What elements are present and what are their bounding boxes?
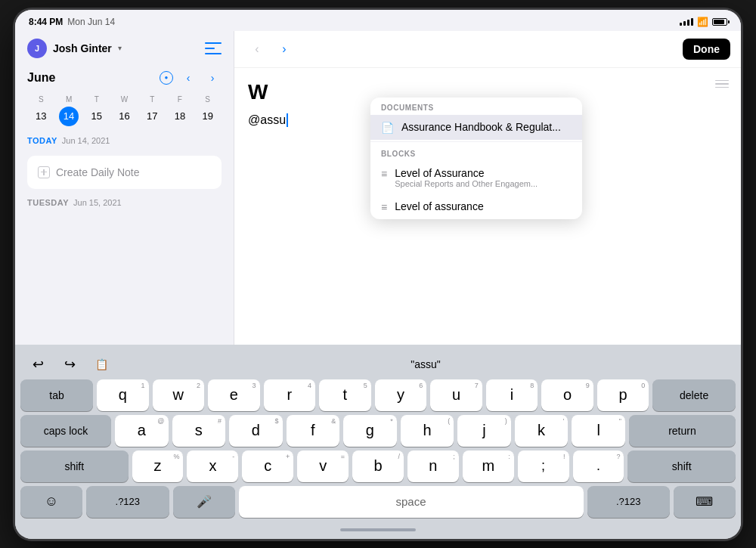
day-header-t2: T: [138, 93, 166, 106]
autocomplete-dropdown: DOCUMENTS 📄 Assurance Handbook & Regulat…: [370, 98, 582, 219]
cal-day-15[interactable]: 15: [87, 107, 107, 126]
key-q[interactable]: 1q: [97, 379, 149, 411]
tuesday-section: TUESDAY Jun 15, 2021: [27, 198, 222, 212]
autocomplete-doc-item-0[interactable]: 📄 Assurance Handbook & Regulat...: [370, 115, 582, 140]
today-dot-btn[interactable]: ●: [160, 71, 173, 85]
key-num-8: 8: [530, 382, 534, 389]
doc-item-title: Assurance Handbook & Regulat...: [401, 121, 572, 133]
main-content: J Josh Ginter ▾ June ●: [15, 31, 741, 345]
key-p[interactable]: 0p: [597, 379, 649, 411]
key-f[interactable]: &f: [287, 415, 340, 447]
key-sym-excl: !: [563, 453, 565, 460]
key-z[interactable]: %z: [132, 450, 184, 482]
key-sym-pct: %: [173, 453, 179, 460]
keyboard-rows: tab 1q 2w 3e 4r 5t 6y 7u 8i 9o 0p delete…: [18, 379, 738, 524]
key-b[interactable]: /b: [352, 450, 404, 482]
status-bar-right: 📶: [680, 17, 727, 27]
redo-btn[interactable]: ↪: [57, 352, 82, 376]
editor-toolbar: ‹ › Done: [234, 31, 741, 68]
key-i[interactable]: 8i: [486, 379, 538, 411]
autocomplete-block-item-0[interactable]: ≡ Level of Assurance Special Reports and…: [370, 161, 582, 194]
hamburger-icon[interactable]: [715, 80, 729, 88]
chevron-down-icon[interactable]: ▾: [118, 44, 122, 52]
key-sym-hash: #: [218, 417, 222, 425]
key-d[interactable]: $d: [229, 415, 283, 447]
cal-day-18[interactable]: 18: [170, 107, 190, 126]
key-num-1: 1: [141, 382, 145, 389]
key-emoji[interactable]: ☺: [20, 486, 82, 518]
key-num-9: 9: [586, 382, 590, 389]
text-cursor: [287, 113, 288, 127]
key-keyboard[interactable]: ⌨: [674, 486, 736, 518]
key-tab[interactable]: tab: [20, 379, 93, 411]
left-panel: J Josh Ginter ▾ June ●: [15, 31, 234, 345]
create-daily-note-btn[interactable]: Create Daily Note: [27, 156, 222, 189]
key-r[interactable]: 4r: [264, 379, 316, 411]
forward-btn[interactable]: ›: [272, 37, 296, 61]
block-icon-1: ≡: [381, 201, 387, 213]
user-name: Josh Ginter: [53, 42, 112, 54]
block-icon-0: ≡: [381, 168, 387, 180]
key-h[interactable]: (h: [401, 415, 454, 447]
paste-btn[interactable]: 📋: [89, 352, 113, 376]
avatar: J: [27, 39, 47, 58]
status-time: 8:44 PM: [29, 17, 63, 27]
key-a[interactable]: @a: [115, 415, 169, 447]
key-w[interactable]: 2w: [153, 379, 205, 411]
key-l[interactable]: "l: [572, 415, 625, 447]
key-delete[interactable]: delete: [652, 379, 736, 411]
key-g[interactable]: *g: [343, 415, 397, 447]
documents-section-label: DOCUMENTS: [370, 98, 582, 115]
key-c[interactable]: +c: [242, 450, 293, 482]
back-btn[interactable]: ‹: [245, 37, 269, 61]
sidebar-toggle-icon[interactable]: [205, 42, 222, 54]
day-header-m: M: [55, 93, 83, 106]
cal-day-16[interactable]: 16: [114, 107, 134, 126]
key-k[interactable]: 'k: [515, 415, 569, 447]
key-sym-eq: =: [341, 453, 345, 460]
key-j[interactable]: )j: [457, 415, 511, 447]
home-indicator: [18, 524, 738, 536]
key-n[interactable]: ;n: [407, 450, 459, 482]
key-shift-left[interactable]: shift: [20, 450, 129, 482]
key-sym-left[interactable]: .?123: [86, 486, 169, 518]
key-y[interactable]: 6y: [375, 379, 427, 411]
key-e[interactable]: 3e: [208, 379, 260, 411]
key-return[interactable]: return: [629, 415, 736, 447]
key-m[interactable]: :m: [463, 450, 514, 482]
key-semicolon[interactable]: !;: [518, 450, 569, 482]
key-caps-lock[interactable]: caps lock: [20, 415, 111, 447]
key-s[interactable]: #s: [172, 415, 226, 447]
sidebar-bar-1: [205, 42, 222, 44]
calendar-next-btn[interactable]: ›: [203, 69, 222, 87]
key-sym-right[interactable]: .?123: [587, 486, 670, 518]
block-item-subtitle-0: Special Reports and Other Engagem...: [395, 179, 572, 188]
cal-day-17[interactable]: 17: [142, 107, 162, 126]
autocomplete-block-item-1[interactable]: ≡ Level of assurance: [370, 194, 582, 219]
key-num-2: 2: [197, 382, 200, 389]
keyboard-row-3: shift %z -x +c =v /b ;n :m !; ?. shift: [20, 450, 736, 482]
key-sym-ques: ?: [616, 453, 620, 460]
key-period[interactable]: ?.: [573, 450, 624, 482]
calendar-grid: S M T W T F S 13 14 15 16 17 18: [27, 93, 222, 127]
undo-btn[interactable]: ↩: [26, 352, 50, 376]
keyboard-row-2: caps lock @a #s $d &f *g (h )j 'k "l ret…: [20, 415, 736, 447]
cal-day-19[interactable]: 19: [198, 107, 218, 126]
key-t[interactable]: 5t: [319, 379, 371, 411]
key-sym-semi: ;: [453, 453, 455, 460]
done-button[interactable]: Done: [683, 39, 730, 60]
cal-day-14[interactable]: 14: [59, 107, 79, 126]
key-v[interactable]: =v: [297, 450, 349, 482]
key-space[interactable]: space: [239, 486, 584, 518]
suggestion-item[interactable]: "assu": [121, 355, 730, 373]
key-shift-right[interactable]: shift: [627, 450, 736, 482]
key-sym-at: @: [157, 417, 164, 425]
calendar-prev-btn[interactable]: ‹: [179, 69, 197, 87]
key-mic[interactable]: 🎤: [173, 486, 235, 518]
key-o[interactable]: 9o: [541, 379, 593, 411]
key-u[interactable]: 7u: [430, 379, 482, 411]
cal-day-13[interactable]: 13: [31, 107, 51, 126]
key-sym-slash: /: [398, 453, 400, 460]
hamburger-line-3: [715, 87, 729, 88]
key-x[interactable]: -x: [187, 450, 238, 482]
